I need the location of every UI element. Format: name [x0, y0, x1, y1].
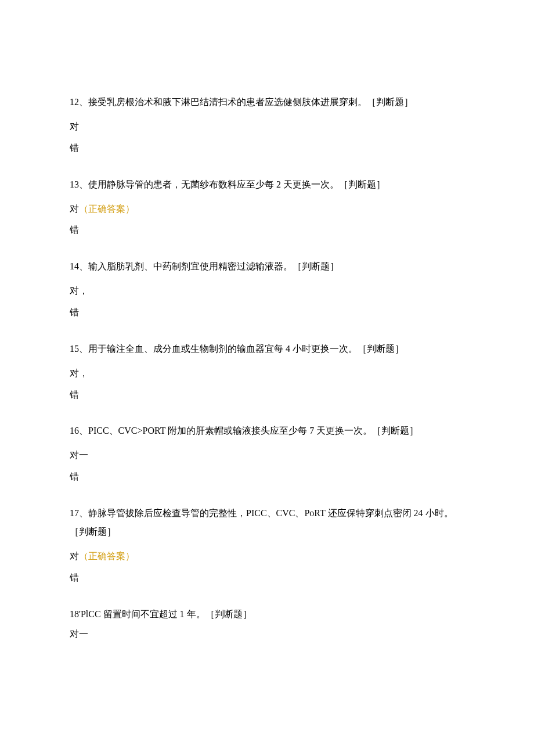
option-false: 错 [70, 469, 464, 485]
question-text: 13、使用静脉导管的患者，无菌纱布数料应至少每 2 天更换一次。［判断题］ [70, 175, 464, 194]
question-text: 12、接受乳房根治术和腋下淋巴结清扫术的患者应选健侧肢体进展穿刺。［判断题］ [70, 93, 464, 111]
question-text: 18'PlCC 留置时间不宜超过 1 年。［判断题］ [70, 605, 464, 624]
correct-answer-mark: （正确答案） [79, 204, 135, 214]
option-false: 错 [70, 304, 464, 321]
question-17: 17、静脉导管拔除后应检查导管的完整性，PICC、CVC、PoRT 还应保特穿刺… [70, 504, 464, 586]
correct-answer-mark: （正确答案） [79, 551, 135, 561]
question-16: 16、PICC、CVC>PORT 附加的肝素帽或输液接头应至少每 7 天更换一次… [70, 422, 464, 485]
question-text: 15、用于输注全血、成分血或生物制剂的输血器宜每 4 小时更换一次。［判断题］ [70, 340, 464, 358]
question-text: 16、PICC、CVC>PORT 附加的肝素帽或输液接头应至少每 7 天更换一次… [70, 422, 464, 440]
question-18: 18'PlCC 留置时间不宜超过 1 年。［判断题］ 对一 [70, 605, 464, 643]
option-false: 错 [70, 140, 464, 157]
option-false: 错 [70, 387, 464, 404]
option-true-label: 对 [70, 551, 79, 561]
option-false: 错 [70, 222, 464, 239]
option-true: 对， [70, 365, 464, 382]
option-false: 错 [70, 570, 464, 586]
option-true: 对一 [70, 447, 464, 464]
question-12: 12、接受乳房根治术和腋下淋巴结清扫术的患者应选健侧肢体进展穿刺。［判断题］ 对… [70, 93, 464, 157]
option-true-label: 对 [70, 204, 79, 214]
question-13: 13、使用静脉导管的患者，无菌纱布数料应至少每 2 天更换一次。［判断题］ 对（… [70, 175, 464, 239]
option-true: 对一 [70, 626, 464, 643]
option-true: 对（正确答案） [70, 201, 464, 218]
question-text: 17、静脉导管拔除后应检查导管的完整性，PICC、CVC、PoRT 还应保特穿刺… [70, 504, 464, 541]
question-14: 14、输入脂肪乳剂、中药制剂宜使用精密过滤输液器。［判断题］ 对， 错 [70, 257, 464, 321]
document-page: 12、接受乳房根治术和腋下淋巴结清扫术的患者应选健侧肢体进展穿刺。［判断题］ 对… [0, 0, 534, 756]
option-true: 对， [70, 283, 464, 300]
option-true: 对 [70, 118, 464, 135]
question-15: 15、用于输注全血、成分血或生物制剂的输血器宜每 4 小时更换一次。［判断题］ … [70, 340, 464, 404]
question-text: 14、输入脂肪乳剂、中药制剂宜使用精密过滤输液器。［判断题］ [70, 257, 464, 276]
option-true: 对（正确答案） [70, 548, 464, 565]
